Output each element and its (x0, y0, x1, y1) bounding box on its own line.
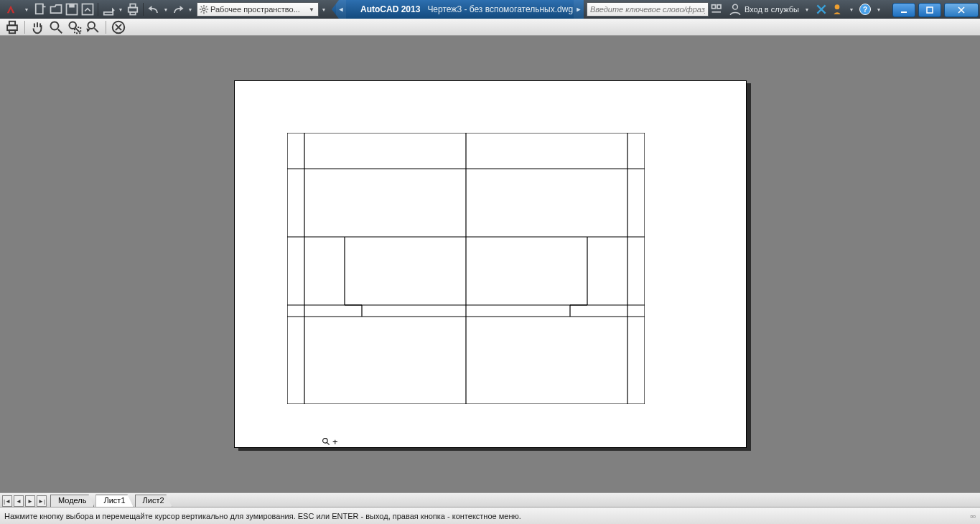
undo-button[interactable] (146, 2, 161, 17)
statusbar: Нажмите кнопку выбора и перемещайте курс… (0, 507, 980, 524)
svg-point-48 (323, 439, 328, 444)
document-title: AutoCAD 2013 Чертеж3 - без вспомогательн… (346, 4, 574, 14)
document-name: Чертеж3 - без вспомогательных.dwg (427, 4, 573, 14)
tab-sheet2[interactable]: Лист2 (135, 495, 172, 507)
print-button[interactable] (126, 2, 140, 17)
stay-connected-icon[interactable] (831, 3, 844, 16)
application-menu-button[interactable] (0, 0, 22, 19)
tab-sheet2-label: Лист2 (143, 496, 164, 505)
window-controls (891, 1, 980, 17)
svg-rect-23 (7, 25, 17, 30)
svg-rect-2 (69, 4, 75, 8)
drawing-canvas[interactable]: + (0, 36, 980, 492)
tab-last-button[interactable]: ►| (37, 495, 47, 507)
svg-rect-5 (130, 4, 136, 8)
svg-rect-0 (36, 4, 43, 14)
tab-prev-button[interactable]: ◄ (14, 495, 24, 507)
svg-line-32 (94, 28, 98, 32)
layout-tabs: |◄ ◄ ► ►| Модель Лист1 Лист2 (0, 492, 980, 507)
svg-rect-4 (129, 8, 138, 12)
document-title-area: ◄ AutoCAD 2013 Чертеж3 - без вспомогател… (332, 0, 584, 19)
infocenter-right: Вход в службы ▼ ▼ ? ▼ (726, 2, 887, 17)
zoom-previous-button[interactable] (85, 20, 101, 34)
tab-sheet1-label: Лист1 (103, 496, 125, 505)
svg-line-49 (327, 442, 329, 444)
zoom-cursor-icon: + (322, 436, 338, 447)
drawing-content (287, 133, 645, 404)
tab-model[interactable]: Модель (50, 495, 94, 507)
svg-line-15 (201, 11, 202, 13)
svg-point-19 (733, 4, 738, 9)
close-preview-button[interactable] (111, 20, 126, 34)
signin-user-icon[interactable] (729, 3, 742, 16)
svg-rect-3 (83, 4, 93, 15)
svg-line-14 (206, 6, 207, 8)
undo-dropdown-icon[interactable]: ▼ (162, 2, 169, 17)
titlebar: ▼ ▼ ▼ ▼ (0, 0, 980, 19)
app-name: AutoCAD 2013 (360, 4, 420, 14)
help-dropdown-icon[interactable]: ▼ (875, 2, 882, 17)
tab-first-button[interactable]: |◄ (2, 495, 12, 507)
signin-label[interactable]: Вход в службы (745, 5, 799, 14)
exchange-apps-icon[interactable] (815, 3, 828, 16)
svg-line-27 (58, 29, 62, 33)
chevron-down-icon: ▼ (307, 6, 317, 13)
zoom-window-button[interactable] (67, 20, 83, 34)
svg-rect-22 (927, 7, 933, 13)
tray-grip-icon[interactable]: ▫▫ (970, 512, 976, 520)
plot-dropdown-icon[interactable]: ▼ (117, 2, 124, 17)
signin-dropdown-icon[interactable]: ▼ (803, 2, 811, 17)
workspace-selector[interactable]: Рабочее пространство... ▼ (197, 2, 319, 17)
svg-rect-17 (717, 5, 721, 9)
command-prompt: Нажмите кнопку выбора и перемещайте курс… (4, 512, 521, 520)
svg-rect-24 (9, 21, 15, 25)
view-toolbar (0, 19, 980, 36)
close-button[interactable] (944, 3, 979, 17)
svg-rect-6 (130, 12, 136, 15)
tab-next-button[interactable]: ► (25, 495, 35, 507)
open-file-button[interactable] (49, 2, 63, 17)
statusbar-tray: ▫▫ (970, 512, 976, 520)
save-file-button[interactable] (65, 2, 79, 17)
save-as-button[interactable] (80, 2, 95, 17)
qat-overflow-dropdown-icon[interactable]: ▼ (320, 2, 327, 17)
zoom-realtime-button[interactable] (48, 20, 64, 34)
plot-preview-button[interactable] (4, 20, 20, 34)
svg-line-29 (75, 28, 80, 32)
title-nav-prev-button[interactable]: ◄ (336, 0, 346, 19)
pan-button[interactable] (29, 20, 45, 34)
new-file-button[interactable] (33, 2, 47, 17)
minimize-button[interactable] (892, 3, 915, 17)
workspace-label: Рабочее пространство... (210, 5, 307, 14)
infocenter-search[interactable] (587, 2, 709, 17)
svg-line-12 (201, 6, 202, 8)
gear-icon (199, 4, 209, 14)
redo-button[interactable] (171, 2, 185, 17)
app-menu-dropdown-icon[interactable]: ▼ (23, 2, 30, 17)
search-button[interactable] (710, 2, 724, 17)
svg-point-26 (50, 22, 58, 29)
svg-point-31 (88, 22, 95, 29)
quick-access-toolbar: ▼ ▼ ▼ (32, 2, 195, 17)
svg-rect-16 (711, 5, 715, 9)
svg-line-13 (206, 11, 207, 13)
plot-button[interactable] (101, 2, 116, 17)
tab-sheet1[interactable]: Лист1 (95, 495, 133, 507)
svg-point-7 (202, 8, 205, 11)
stay-connected-dropdown-icon[interactable]: ▼ (848, 2, 855, 17)
tab-model-label: Модель (58, 496, 86, 505)
help-button[interactable]: ? (859, 4, 871, 15)
redo-dropdown-icon[interactable]: ▼ (187, 2, 194, 17)
layout-tabs-nav: |◄ ◄ ► ►| (0, 495, 49, 507)
title-nav-next-button[interactable]: ► (574, 0, 584, 19)
search-input[interactable] (587, 5, 708, 14)
maximize-button[interactable] (918, 3, 941, 17)
svg-rect-25 (9, 30, 15, 33)
svg-point-20 (835, 4, 840, 9)
